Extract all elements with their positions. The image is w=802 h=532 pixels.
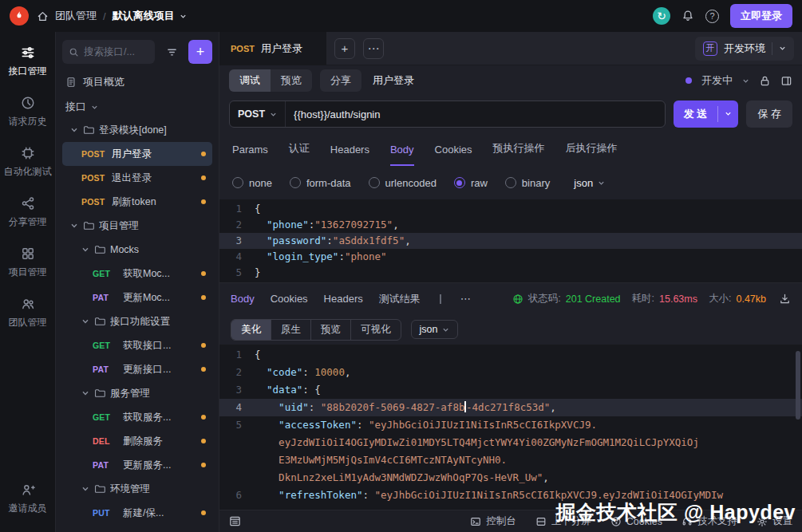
tree-endpoint[interactable]: POST刷新token (62, 190, 212, 214)
tab-auth[interactable]: 认证 (289, 141, 310, 166)
tree-folder[interactable]: 环境管理 (62, 477, 212, 501)
nav-item-team[interactable]: 团队管理 (0, 288, 55, 338)
radio-binary[interactable]: binary (505, 177, 550, 189)
login-button[interactable]: 立即登录 (730, 4, 792, 28)
tree-folder[interactable]: 服务管理 (62, 381, 212, 405)
radio-raw[interactable]: raw (454, 177, 488, 189)
pin-icon[interactable] (437, 294, 444, 305)
chevron-down-icon[interactable] (81, 317, 89, 325)
tree-endpoint[interactable]: PAT更新Moc... (62, 286, 212, 309)
code-line[interactable]: eyJzdWIiOiI4OGIyMDIwZi01MDY5LTQ4MjctYWY4… (219, 434, 802, 451)
share-button[interactable]: 分享 (320, 69, 361, 92)
search-input-wrapper[interactable] (62, 40, 155, 64)
filter-icon[interactable] (160, 40, 184, 64)
tab-more-button[interactable]: ⋯ (363, 38, 384, 59)
response-tab-body[interactable]: Body (231, 293, 255, 305)
list-panel-icon[interactable] (229, 515, 241, 527)
request-body-editor[interactable]: 1{2 "phone":"13627092715",3 "password":"… (219, 199, 802, 282)
breadcrumb-team[interactable]: 团队管理 (55, 9, 97, 23)
tree-endpoint[interactable]: PAT更新接口... (62, 357, 212, 381)
chevron-down-icon[interactable] (70, 126, 78, 134)
tree-endpoint[interactable]: DEL删除服务 (62, 429, 212, 453)
code-line[interactable]: 3 "data": { (219, 381, 802, 399)
lock-icon[interactable] (759, 75, 771, 87)
new-tab-button[interactable]: + (334, 38, 355, 59)
nav-item-project[interactable]: 项目管理 (0, 238, 55, 288)
chevron-down-icon[interactable] (81, 485, 89, 493)
tree-endpoint[interactable]: POST退出登录 (62, 166, 212, 190)
response-more-button[interactable]: ⋯ (460, 293, 471, 305)
code-line[interactable]: 5} (219, 265, 802, 281)
radio-form-data[interactable]: form-data (290, 177, 351, 189)
api-section-header[interactable]: 接口 (62, 96, 212, 118)
nav-item-automation[interactable]: 自动化测试 (0, 137, 55, 187)
code-line[interactable]: 2 "code": 10000, (219, 364, 802, 381)
send-button[interactable]: 发 送 (674, 100, 739, 128)
dev-status-label[interactable]: 开发中 (701, 73, 733, 88)
tab-body[interactable]: Body (390, 144, 414, 166)
request-lang-select[interactable]: json (574, 177, 605, 189)
tab-headers[interactable]: Headers (330, 144, 369, 166)
nav-item-api-manage[interactable]: 接口管理 (0, 37, 55, 87)
nav-item-history[interactable]: 请求历史 (0, 87, 55, 137)
tree-folder[interactable]: 接口功能设置 (62, 309, 212, 333)
environment-selector[interactable]: 开 开发环境 (695, 37, 794, 61)
add-endpoint-button[interactable]: + (188, 40, 212, 64)
tree-folder[interactable]: 登录模块[done] (62, 118, 212, 142)
mode-visualize[interactable]: 可视化 (351, 320, 401, 340)
support-button[interactable]: 技术支持 (682, 514, 737, 528)
tree-endpoint[interactable]: GET获取服务... (62, 405, 212, 429)
layout-panel-icon[interactable] (780, 75, 792, 87)
breadcrumb-project[interactable]: 默认离线项目 (113, 9, 187, 23)
tree-endpoint[interactable]: GET获取接口... (62, 333, 212, 357)
nav-item-share[interactable]: 分享管理 (0, 187, 55, 238)
mode-preview[interactable]: 预览 (311, 320, 351, 340)
radio-urlencoded[interactable]: urlencoded (369, 177, 437, 189)
code-line[interactable]: 6 "refreshToken": "eyJhbGciOiJIUzI1NiIsI… (219, 487, 802, 504)
mode-raw[interactable]: 原生 (271, 320, 311, 340)
settings-button[interactable]: 设置 (757, 514, 792, 528)
console-button[interactable]: 控制台 (470, 514, 516, 528)
code-line[interactable]: 4 "uid": "88b2020f-5069-4827-af8b-4dc271… (219, 399, 802, 416)
tree-endpoint[interactable]: PUT新建/保... (62, 501, 212, 525)
code-line[interactable]: 3 "password":"aSddx1fdf5", (219, 233, 802, 249)
help-icon[interactable]: ? (705, 10, 719, 23)
bell-icon[interactable] (682, 10, 694, 22)
tree-endpoint[interactable]: POST用户登录 (62, 142, 212, 166)
tree-endpoint[interactable]: GET获取Moc... (62, 262, 212, 286)
response-tab-cookies[interactable]: Cookies (271, 293, 308, 305)
sync-icon[interactable]: ↻ (653, 7, 670, 25)
method-select[interactable]: POST (230, 101, 286, 127)
nav-item-invite[interactable]: 邀请成员 (0, 474, 55, 524)
radio-none[interactable]: none (232, 177, 272, 189)
preview-button[interactable]: 预览 (271, 69, 312, 92)
tab-post-script[interactable]: 后执行操作 (566, 141, 618, 166)
code-line[interactable]: 1{ (219, 346, 802, 364)
home-icon[interactable] (37, 10, 49, 22)
document-tab-active[interactable]: POST 用户登录 (219, 32, 326, 65)
code-line[interactable]: 2 "phone":"13627092715", (219, 217, 802, 233)
tab-pre-script[interactable]: 预执行操作 (493, 141, 545, 166)
code-line[interactable]: 5 "accessToken": "eyJhbGciOiJIUzI1NiIsIn… (219, 416, 802, 434)
split-screen-button[interactable]: 上下分屏 (535, 514, 591, 528)
code-line[interactable]: 4 "login_type":"phone" (219, 249, 802, 265)
response-tab-test-results[interactable]: 测试结果 (379, 292, 421, 306)
chevron-down-icon[interactable] (70, 222, 78, 230)
cookies-button[interactable]: Cookies (610, 516, 662, 527)
response-body-editor[interactable]: 1{2 "code": 10000,3 "data": {4 "uid": "8… (219, 345, 802, 510)
send-options-chevron-icon[interactable] (717, 106, 738, 122)
tab-cookies[interactable]: Cookies (435, 144, 472, 166)
download-response-icon[interactable] (779, 293, 791, 305)
mode-pretty[interactable]: 美化 (231, 320, 271, 340)
response-lang-select[interactable]: json (411, 320, 459, 339)
tree-folder[interactable]: Mocks (62, 238, 212, 262)
debug-button[interactable]: 调试 (229, 69, 271, 92)
tree-folder[interactable]: 项目管理 (62, 214, 212, 238)
chevron-down-icon[interactable] (81, 389, 89, 397)
url-input[interactable] (286, 108, 665, 120)
project-overview-item[interactable]: 项目概览 (62, 69, 212, 96)
chevron-down-icon[interactable] (81, 246, 89, 254)
app-logo-icon[interactable] (10, 6, 29, 26)
save-button[interactable]: 保 存 (746, 100, 792, 128)
tab-params[interactable]: Params (232, 144, 268, 166)
